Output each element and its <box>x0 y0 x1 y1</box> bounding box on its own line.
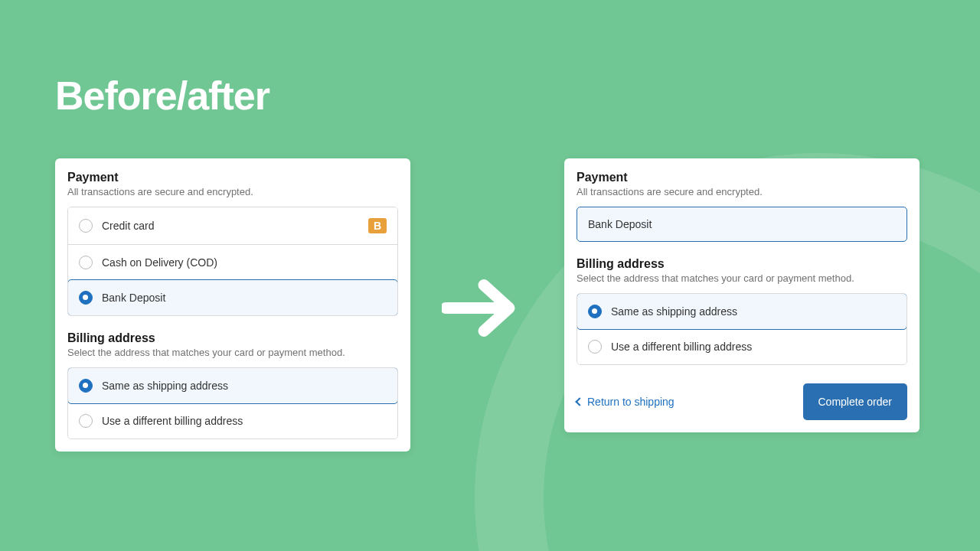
chevron-left-icon <box>575 397 583 406</box>
complete-order-button[interactable]: Complete order <box>803 383 908 420</box>
option-label: Same as shipping address <box>611 305 737 318</box>
option-label: Credit card <box>102 220 154 232</box>
card-badge-icon: B <box>368 218 387 233</box>
option-label: Use a different billing address <box>102 415 243 427</box>
billing-title: Billing address <box>577 257 907 271</box>
payment-option-credit-card[interactable]: Credit card B <box>68 207 397 244</box>
option-label: Bank Deposit <box>102 292 165 304</box>
radio-icon <box>79 379 93 393</box>
billing-option-same[interactable]: Same as shipping address <box>577 293 907 330</box>
page-title: Before/after <box>55 73 270 119</box>
billing-title: Billing address <box>67 331 398 345</box>
radio-icon <box>79 256 93 269</box>
radio-icon <box>79 291 93 305</box>
billing-option-different[interactable]: Use a different billing address <box>577 329 906 364</box>
back-label: Return to shipping <box>587 396 675 408</box>
billing-options: Same as shipping address Use a different… <box>577 293 907 365</box>
payment-subtitle: All transactions are secure and encrypte… <box>577 186 907 197</box>
option-label: Same as shipping address <box>102 380 228 392</box>
payment-single-option[interactable]: Bank Deposit <box>577 207 907 242</box>
payment-option-cod[interactable]: Cash on Delivery (COD) <box>68 244 397 280</box>
before-panel: Payment All transactions are secure and … <box>55 158 410 452</box>
payment-title: Payment <box>577 171 907 184</box>
radio-icon <box>588 340 602 354</box>
billing-subtitle: Select the address that matches your car… <box>577 272 907 284</box>
option-label: Use a different billing address <box>611 341 752 353</box>
payment-title: Payment <box>67 171 398 184</box>
billing-option-different[interactable]: Use a different billing address <box>68 403 397 439</box>
billing-subtitle: Select the address that matches your car… <box>67 347 398 358</box>
checkout-footer: Return to shipping Complete order <box>577 383 907 420</box>
return-to-shipping-link[interactable]: Return to shipping <box>577 396 675 408</box>
option-label: Bank Deposit <box>588 218 652 230</box>
billing-option-same[interactable]: Same as shipping address <box>67 367 398 404</box>
after-panel: Payment All transactions are secure and … <box>564 158 920 432</box>
payment-options: Credit card B Cash on Delivery (COD) Ban… <box>67 207 398 316</box>
payment-option-bank-deposit[interactable]: Bank Deposit <box>67 279 398 316</box>
option-label: Cash on Delivery (COD) <box>102 256 217 269</box>
payment-subtitle: All transactions are secure and encrypte… <box>67 186 398 197</box>
radio-icon <box>588 305 602 318</box>
arrow-icon <box>442 276 518 341</box>
billing-options: Same as shipping address Use a different… <box>67 367 398 439</box>
radio-icon <box>79 219 93 233</box>
radio-icon <box>79 414 93 428</box>
